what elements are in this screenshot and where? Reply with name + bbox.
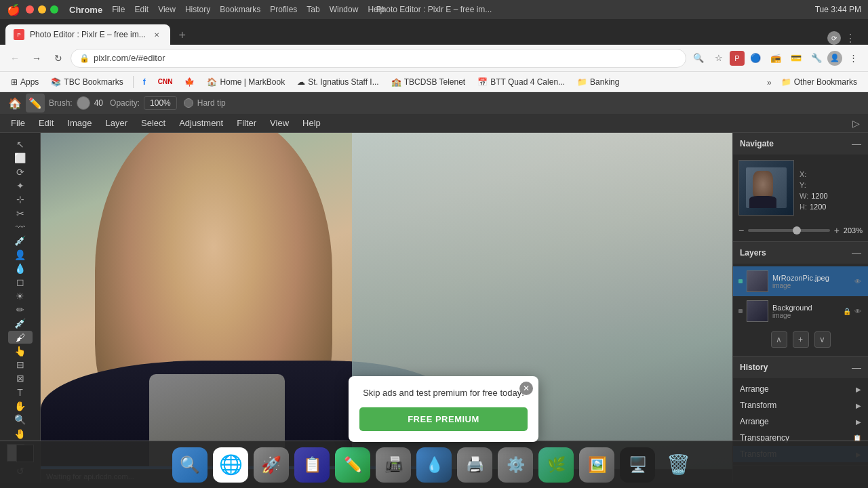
- back-button[interactable]: ←: [5, 49, 24, 68]
- file-menu[interactable]: File: [112, 5, 125, 15]
- stamp-tool[interactable]: ⊠: [8, 372, 33, 384]
- panel-toggle[interactable]: ▷: [848, 118, 864, 129]
- edit-menu[interactable]: Edit: [134, 5, 149, 15]
- bookmark-apps[interactable]: ⊞ Apps: [5, 75, 44, 89]
- view-menu[interactable]: View: [158, 5, 176, 15]
- menu-image[interactable]: Image: [60, 115, 98, 131]
- extension-icon-1[interactable]: P: [730, 51, 745, 66]
- zoom-thumb[interactable]: [793, 226, 801, 235]
- add-layer-button[interactable]: +: [793, 331, 809, 348]
- history-collapse[interactable]: —: [852, 362, 861, 373]
- bookmark-fb[interactable]: f: [138, 75, 151, 89]
- dock-system-prefs[interactable]: ⚙️: [498, 447, 533, 483]
- visibility-icon-2[interactable]: 👁: [853, 306, 863, 316]
- profiles-menu[interactable]: Profiles: [270, 5, 297, 15]
- dock-chrome[interactable]: 🌐: [213, 447, 248, 483]
- extension-icon-2[interactable]: 🔵: [746, 49, 765, 68]
- layer-item-1[interactable]: MrRozonPic.jpeg image 👁: [733, 266, 868, 296]
- tab-close-button[interactable]: ✕: [151, 29, 162, 40]
- history-item-1[interactable]: Arrange ▶: [733, 381, 868, 397]
- eraser-tool[interactable]: ◻: [8, 276, 33, 288]
- other-bookmarks[interactable]: 📁 Other Bookmarks: [776, 75, 863, 89]
- free-premium-button[interactable]: FREE PREMIUM: [359, 407, 528, 431]
- search-icon[interactable]: 🔍: [689, 49, 708, 68]
- scissors-tool[interactable]: ✂: [8, 207, 33, 220]
- dock-app7[interactable]: 💧: [416, 447, 452, 483]
- window-menu[interactable]: Window: [330, 5, 359, 15]
- dock-app6[interactable]: 📠: [376, 447, 411, 483]
- bookmarks-menu[interactable]: Bookmarks: [220, 5, 260, 15]
- dock-trash[interactable]: 🗑️: [660, 447, 696, 483]
- brush-tool-active[interactable]: ✏️: [26, 94, 45, 113]
- move-tool[interactable]: ↖: [8, 138, 33, 150]
- text-tool[interactable]: T: [8, 386, 33, 399]
- navigate-collapse[interactable]: —: [852, 138, 861, 149]
- dock-app5[interactable]: ✏️: [335, 447, 370, 483]
- clone-stamp-tool[interactable]: 💉: [8, 235, 33, 247]
- home-button[interactable]: 🏠: [5, 94, 24, 113]
- menu-help[interactable]: Help: [296, 115, 328, 131]
- profile-icon[interactable]: 👤: [827, 51, 842, 66]
- dock-photos[interactable]: 🖼️: [579, 447, 614, 483]
- layer-item-2[interactable]: Background image 🔒 👁: [733, 296, 868, 326]
- layer-visibility-icon-1[interactable]: 👁: [853, 277, 863, 286]
- minimize-button[interactable]: [38, 5, 46, 14]
- menu-filter[interactable]: Filter: [230, 115, 263, 131]
- more-bookmarks[interactable]: »: [767, 76, 772, 88]
- url-bar[interactable]: 🔒 pixlr.com/e/#editor: [71, 49, 686, 68]
- gradient-tool[interactable]: ⊟: [8, 359, 33, 371]
- dock-desktop[interactable]: 🖥️: [620, 447, 655, 483]
- new-tab-button[interactable]: +: [173, 26, 192, 45]
- move-layer-up-button[interactable]: ∧: [771, 331, 787, 348]
- eyedropper-tool[interactable]: 💉: [8, 317, 33, 329]
- ad-close-button[interactable]: ✕: [519, 382, 533, 395]
- chrome-menu-icon[interactable]: ⋮: [844, 31, 857, 45]
- chrome-options[interactable]: ⋮: [844, 49, 863, 68]
- zoom-slider[interactable]: [748, 229, 829, 232]
- bookmark-cnn[interactable]: CNN: [153, 76, 178, 87]
- menu-select[interactable]: Select: [134, 115, 172, 131]
- menu-layer[interactable]: Layer: [99, 115, 135, 131]
- menu-adjustment[interactable]: Adjustment: [172, 115, 230, 131]
- dock-printer[interactable]: 🖨️: [457, 447, 492, 483]
- opacity-value[interactable]: 100%: [144, 96, 177, 110]
- menu-file[interactable]: File: [4, 115, 32, 131]
- menu-edit[interactable]: Edit: [32, 115, 60, 131]
- active-tab[interactable]: P Photo Editor : Pixlr E – free im... ✕: [5, 24, 170, 45]
- zoom-plus-button[interactable]: +: [834, 225, 840, 236]
- extension-icon-4[interactable]: 💳: [787, 49, 806, 68]
- menu-view[interactable]: View: [263, 115, 296, 131]
- dock-app9[interactable]: 🌿: [538, 447, 574, 483]
- liquify-tool[interactable]: 💧: [8, 262, 33, 274]
- star-icon[interactable]: ☆: [709, 49, 728, 68]
- dodge-burn-tool[interactable]: ☀: [8, 289, 33, 302]
- bookmark-home[interactable]: 🏠 Home | MarkBook: [201, 75, 290, 89]
- reload-button[interactable]: ↻: [49, 49, 68, 68]
- extension-icon-5[interactable]: 🔧: [807, 49, 826, 68]
- history-menu[interactable]: History: [185, 5, 210, 15]
- smudge-tool[interactable]: 👆: [8, 345, 33, 357]
- pan-tool[interactable]: 🤚: [8, 428, 33, 440]
- marquee-tool[interactable]: ⬜: [8, 152, 33, 164]
- magic-wand-tool[interactable]: ✦: [8, 180, 33, 192]
- brush-tool[interactable]: 🖌: [8, 331, 33, 343]
- zoom-minus-button[interactable]: −: [738, 225, 744, 236]
- maximize-button[interactable]: [50, 5, 58, 14]
- pencil-tool[interactable]: ✏: [8, 304, 33, 316]
- chrome-sync-icon[interactable]: ⟳: [827, 31, 841, 45]
- navigate-thumbnail[interactable]: [738, 160, 794, 216]
- bookmark-banking[interactable]: 📁 Banking: [572, 75, 625, 89]
- puppet-warp-tool[interactable]: 👤: [8, 249, 33, 261]
- close-button[interactable]: [26, 5, 34, 14]
- bookmark-tbc[interactable]: 📚 TBC Bookmarks: [45, 75, 128, 89]
- move-layer-down-button[interactable]: ∨: [814, 331, 831, 348]
- lasso-tool[interactable]: ⟳: [8, 166, 33, 178]
- bookmark-ignatius[interactable]: ☁ St. Ignatius Staff I...: [292, 75, 384, 89]
- bookmark-btt[interactable]: 📅 BTT Quad 4 Calen...: [472, 75, 570, 89]
- tab-menu[interactable]: Tab: [307, 5, 319, 15]
- dock-app4[interactable]: 📋: [294, 447, 330, 483]
- hand-tool[interactable]: ✋: [8, 400, 33, 412]
- bookmark-tbcdsb[interactable]: 🏫 TBCDSB Telenet: [386, 75, 471, 89]
- canvas-area[interactable]: ✕ Skip ads and test premium for free tod…: [41, 133, 732, 483]
- history-item-3[interactable]: Arrange ▶: [733, 413, 868, 430]
